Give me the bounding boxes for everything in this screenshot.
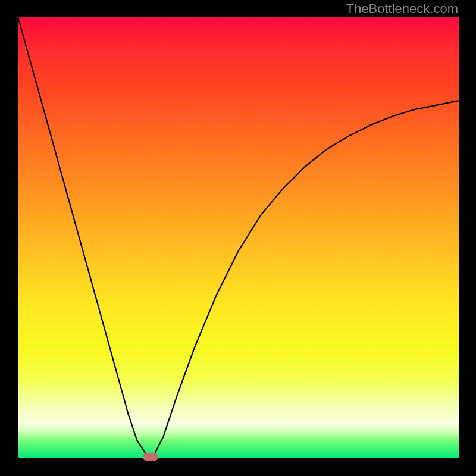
chart-container: TheBottleneck.com [0, 0, 476, 476]
watermark-text: TheBottleneck.com [346, 1, 458, 17]
curve-svg [18, 17, 459, 458]
bottleneck-curve-path [18, 17, 459, 458]
optimal-marker [143, 453, 158, 461]
plot-area [18, 17, 459, 458]
